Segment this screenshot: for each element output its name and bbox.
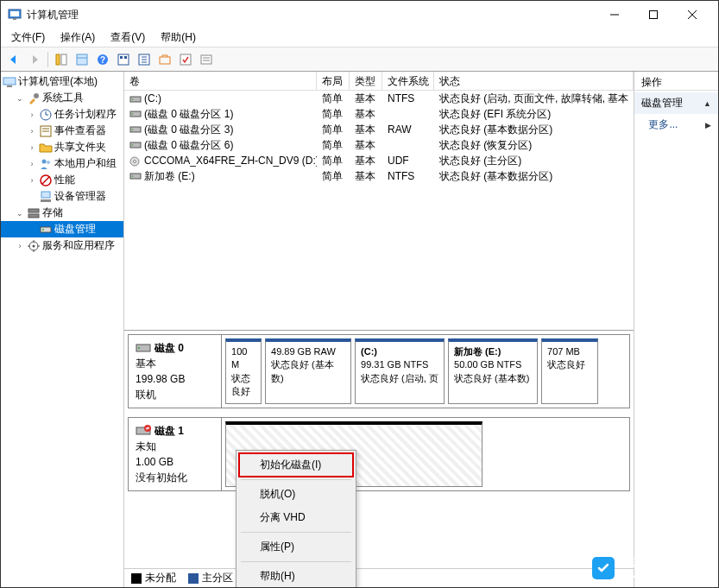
tree-performance[interactable]: › 性能	[1, 172, 123, 188]
volume-layout: 简单	[317, 122, 350, 138]
volume-row[interactable]: (磁盘 0 磁盘分区 3)简单基本RAW状态良好 (基本数据分区)	[124, 122, 634, 137]
col-filesystem[interactable]: 文件系统	[382, 72, 434, 90]
partition[interactable]: 新加卷 (E:)50.00 GB NTFS状态良好 (基本数)	[448, 338, 538, 404]
back-button[interactable]	[4, 50, 23, 69]
caret-right-icon[interactable]: ›	[27, 175, 37, 186]
col-volume[interactable]: 卷	[124, 72, 317, 90]
svg-rect-39	[41, 199, 51, 202]
tree-task-scheduler[interactable]: › 任务计划程序	[1, 106, 123, 123]
caret-right-icon[interactable]: ›	[27, 126, 37, 136]
menu-help[interactable]: 帮助(H)	[239, 565, 353, 588]
context-menu[interactable]: 初始化磁盘(I) 脱机(O) 分离 VHD 属性(P) 帮助(H)	[236, 450, 356, 588]
forward-button[interactable]	[25, 50, 44, 69]
volume-row[interactable]: (C:)简单基本NTFS状态良好 (启动, 页面文件, 故障转储, 基本	[124, 91, 634, 106]
col-status[interactable]: 状态	[434, 72, 634, 90]
tree-label: 存储	[42, 205, 63, 220]
tree-label: 系统工具	[42, 91, 84, 105]
tree-device-manager[interactable]: 设备管理器	[1, 188, 123, 205]
disk-1-info[interactable]: 磁盘 1 未知 1.00 GB 没有初始化	[129, 418, 222, 490]
legend-bar: 未分配 主分区	[124, 568, 634, 587]
col-type[interactable]: 类型	[350, 72, 382, 90]
caret-down-icon[interactable]: ⌄	[15, 93, 25, 104]
disk-0-info[interactable]: 磁盘 0 基本 199.98 GB 联机	[129, 335, 222, 408]
disk-0-state: 联机	[136, 387, 214, 402]
tree-services-apps[interactable]: › 服务和应用程序	[1, 237, 123, 254]
tree-label: 共享文件夹	[54, 140, 106, 155]
tree-label: 计算机管理(本地)	[18, 74, 98, 89]
volume-row[interactable]: (磁盘 0 磁盘分区 1)简单基本状态良好 (EFI 系统分区)	[124, 106, 634, 122]
disk-0-partitions: 100 M状态良好49.89 GB RAW状态良好 (基本数)(C:)99.31…	[222, 335, 629, 408]
show-hide-tree-button[interactable]	[52, 50, 71, 69]
volume-type: 基本	[350, 106, 382, 123]
tree-panel[interactable]: 计算机管理(本地) ⌄ 系统工具 › 任务计划程序 › 事件查看器 › 共享文件…	[1, 72, 124, 587]
volume-type: 基本	[350, 137, 382, 154]
close-button[interactable]	[672, 2, 711, 28]
volume-icon	[129, 156, 142, 167]
tree-disk-management[interactable]: 磁盘管理	[1, 221, 123, 237]
tree-local-users[interactable]: › 本地用户和组	[1, 155, 123, 172]
partition-title: (C:)	[361, 345, 438, 358]
extra2-button[interactable]	[176, 50, 195, 69]
menu-detach-vhd[interactable]: 分离 VHD	[239, 506, 353, 529]
menu-help[interactable]: 帮助(H)	[154, 28, 203, 47]
volume-row[interactable]: (磁盘 0 磁盘分区 6)简单基本状态良好 (恢复分区)	[124, 137, 634, 153]
tree-system-tools[interactable]: ⌄ 系统工具	[1, 90, 123, 106]
svg-rect-41	[28, 214, 39, 218]
partition[interactable]: 707 MB状态良好	[541, 338, 598, 404]
volume-list[interactable]: 卷 布局 类型 文件系统 状态 (C:)简单基本NTFS状态良好 (启动, 页面…	[124, 72, 634, 331]
svg-rect-15	[124, 56, 127, 59]
legend-primary: 主分区	[188, 571, 233, 585]
tree-event-viewer[interactable]: › 事件查看器	[1, 123, 123, 139]
volume-name: (C:)	[144, 92, 161, 104]
disk-1-row[interactable]: 磁盘 1 未知 1.00 GB 没有初始化	[128, 417, 630, 491]
extra3-button[interactable]	[197, 50, 216, 69]
menu-view[interactable]: 查看(V)	[104, 28, 152, 47]
tree-storage[interactable]: ⌄ 存储	[1, 205, 123, 221]
svg-rect-20	[160, 57, 170, 64]
menu-offline[interactable]: 脱机(O)	[239, 483, 353, 506]
volume-layout: 简单	[317, 137, 350, 154]
volume-type: 基本	[350, 122, 382, 138]
volume-fs	[382, 144, 434, 146]
svg-point-53	[132, 145, 134, 147]
caret-down-icon[interactable]: ⌄	[15, 208, 25, 218]
svg-point-34	[42, 159, 47, 163]
help-button[interactable]: ?	[93, 50, 112, 69]
menu-properties[interactable]: 属性(P)	[239, 535, 353, 559]
tree-shared-folders[interactable]: › 共享文件夹	[1, 139, 123, 155]
partition[interactable]: 49.89 GB RAW状态良好 (基本数)	[265, 338, 351, 404]
maximize-button[interactable]	[634, 2, 672, 28]
caret-right-icon[interactable]: ›	[27, 159, 37, 169]
disk-0-row[interactable]: 磁盘 0 基本 199.98 GB 联机 100 M状态良好49.89 GB R…	[128, 334, 630, 408]
disk-1-state: 没有初始化	[136, 470, 214, 485]
volume-row[interactable]: 新加卷 (E:)简单基本NTFS状态良好 (基本数据分区)	[124, 168, 634, 184]
volume-row[interactable]: CCCOMA_X64FRE_ZH-CN_DV9 (D:)简单基本UDF状态良好 …	[124, 153, 634, 168]
minimize-button[interactable]	[595, 2, 634, 28]
tree-root[interactable]: 计算机管理(本地)	[1, 73, 123, 90]
menu-file[interactable]: 文件(F)	[4, 28, 52, 47]
disk-graphical-view[interactable]: 磁盘 0 基本 199.98 GB 联机 100 M状态良好49.89 GB R…	[124, 331, 634, 568]
refresh2-button[interactable]	[135, 50, 154, 69]
partition[interactable]: 100 M状态良好	[225, 338, 262, 404]
actions-more[interactable]: 更多... ▶	[634, 114, 718, 136]
settings-button[interactable]	[114, 50, 133, 69]
view1-button[interactable]	[73, 50, 91, 69]
volume-name: 新加卷 (E:)	[144, 170, 195, 182]
volume-icon	[129, 171, 142, 181]
actions-group-disk-management[interactable]: 磁盘管理 ▲	[634, 92, 718, 114]
menu-action[interactable]: 操作(A)	[54, 28, 102, 47]
caret-right-icon[interactable]: ›	[15, 241, 25, 251]
col-layout[interactable]: 布局	[317, 72, 350, 90]
extra1-button[interactable]	[155, 50, 174, 69]
caret-right-icon[interactable]: ›	[27, 142, 37, 153]
menu-initialize-disk[interactable]: 初始化磁盘(I)	[239, 453, 353, 477]
partition[interactable]: (C:)99.31 GB NTFS状态良好 (启动, 页	[355, 338, 445, 404]
collapse-icon[interactable]: ▲	[703, 99, 711, 108]
watermark-icon	[592, 557, 615, 579]
caret-right-icon[interactable]: ›	[27, 110, 37, 120]
svg-rect-13	[118, 54, 129, 65]
computer-icon	[3, 75, 16, 89]
tree-label: 事件查看器	[54, 123, 106, 138]
svg-line-37	[42, 177, 49, 184]
partition-status: 状态良好 (基本数)	[271, 358, 345, 385]
